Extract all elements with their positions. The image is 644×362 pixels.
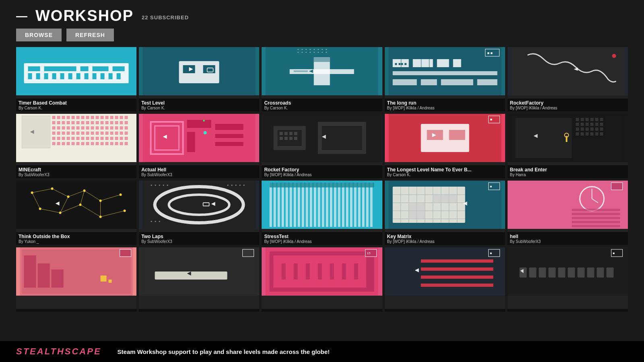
workshop-grid: Timer Based Combat By Carson K. Test Lev… — [0, 47, 644, 312]
svg-rect-263 — [231, 185, 233, 186]
svg-rect-357 — [421, 267, 493, 271]
card-rocket-factory-1[interactable]: RocketFactory By [WOP] iKlikla / Andreas — [508, 47, 628, 111]
svg-rect-41 — [322, 52, 323, 53]
svg-rect-110 — [86, 116, 89, 119]
svg-rect-295 — [358, 183, 361, 227]
card-two-laps[interactable]: Two Laps By SubWooferX3 — [139, 181, 259, 245]
svg-rect-315 — [433, 195, 457, 203]
svg-rect-139 — [96, 132, 99, 135]
card-think-outside-box[interactable]: Think Outside the Box By Yukon _ — [16, 181, 136, 245]
svg-rect-30 — [310, 49, 311, 50]
svg-rect-135 — [120, 126, 123, 130]
card-key-matrix[interactable]: ■ Key Matrix By [WOP] iKlikla / Andreas — [385, 181, 505, 245]
svg-rect-122 — [101, 121, 104, 124]
svg-rect-288 — [330, 183, 332, 227]
svg-rect-115 — [110, 116, 114, 119]
card-actual-hell[interactable]: Actual Hell By SubWooferX3 — [139, 114, 259, 178]
svg-rect-259 — [159, 185, 160, 186]
svg-point-244 — [67, 195, 70, 198]
svg-rect-358 — [421, 276, 493, 279]
card-longest-level[interactable]: ■ The Longest Level Name To Ever B... By… — [385, 114, 505, 178]
svg-rect-91 — [62, 132, 65, 135]
card-author: By Carson K. — [141, 106, 257, 110]
svg-rect-266 — [244, 185, 245, 186]
card-author: By SubWooferX3 — [19, 173, 134, 177]
svg-rect-156 — [91, 142, 94, 145]
svg-rect-69 — [57, 116, 60, 119]
svg-rect-8 — [36, 73, 40, 79]
svg-rect-258 — [155, 185, 156, 186]
card-title: MINEcraft — [19, 167, 134, 173]
svg-rect-7 — [28, 73, 32, 79]
svg-rect-301 — [392, 187, 465, 223]
card-the-long-run[interactable]: ■ ■■ ■ ■ ■ The long run By [WOP] iKlikla… — [385, 47, 505, 111]
svg-rect-127 — [125, 121, 128, 124]
svg-rect-16 — [101, 73, 105, 79]
card-title: Break and Enter — [510, 167, 625, 173]
svg-rect-324 — [572, 213, 620, 215]
svg-rect-45 — [314, 57, 330, 62]
svg-rect-294 — [354, 183, 357, 227]
svg-rect-188 — [285, 137, 288, 140]
card-row4-col3[interactable]: 15 — [262, 247, 382, 312]
svg-text:■: ■ — [490, 185, 492, 188]
svg-rect-189 — [289, 137, 293, 140]
svg-rect-68 — [52, 116, 56, 119]
svg-rect-359 — [421, 284, 493, 287]
svg-rect-71 — [67, 116, 70, 119]
svg-rect-137 — [86, 132, 89, 135]
svg-rect-72 — [72, 116, 75, 119]
card-title: Crossroads — [264, 100, 380, 106]
svg-rect-102 — [81, 137, 85, 140]
card-row4-col1[interactable] — [16, 247, 136, 312]
card-author: By [WOP] iKlikla / Andreas — [264, 173, 380, 177]
browse-button[interactable]: BROWSE — [16, 29, 62, 41]
svg-rect-78 — [67, 121, 70, 124]
svg-rect-202 — [585, 118, 588, 121]
svg-rect-4 — [80, 66, 89, 71]
svg-rect-36 — [302, 52, 303, 53]
svg-rect-70 — [62, 116, 65, 119]
card-crossroads[interactable]: Crossroads By Carson K. — [262, 47, 382, 111]
card-row4-col4[interactable]: ■ — [385, 247, 505, 312]
card-stress-test[interactable]: StressTest By [WOP] iKlikla / Andreas — [262, 181, 382, 245]
card-test-level[interactable]: Test Level By Carson K. — [139, 47, 259, 111]
svg-rect-56 — [441, 79, 473, 85]
svg-rect-97 — [57, 137, 60, 140]
svg-rect-88 — [81, 126, 85, 130]
svg-rect-105 — [62, 142, 65, 145]
svg-rect-89 — [52, 132, 56, 135]
card-row4-col5[interactable]: ■ — [508, 247, 628, 312]
card-title: hell — [510, 234, 625, 239]
svg-text:■: ■ — [613, 251, 615, 255]
card-break-and-enter[interactable]: Break and Enter By Harra — [508, 114, 628, 178]
svg-rect-365 — [529, 267, 536, 278]
svg-rect-123 — [105, 121, 109, 124]
svg-rect-190 — [294, 137, 297, 140]
card-title: Two Laps — [141, 234, 257, 239]
svg-rect-119 — [86, 121, 89, 124]
svg-rect-161 — [115, 142, 118, 145]
card-rocket-factory-2[interactable]: Rocket Factory By [WOP] iKlikla / Andrea… — [262, 114, 382, 178]
svg-rect-29 — [306, 49, 307, 50]
svg-rect-73 — [76, 116, 80, 119]
svg-rect-152 — [115, 137, 118, 140]
card-minecraft[interactable]: MINEcraft By SubWooferX3 — [16, 114, 136, 178]
svg-rect-138 — [91, 132, 94, 135]
svg-rect-153 — [120, 137, 123, 140]
refresh-button[interactable]: REFRESH — [66, 29, 114, 41]
svg-rect-284 — [314, 183, 316, 227]
card-title: Timer Based Combat — [19, 100, 134, 106]
svg-rect-42 — [326, 52, 327, 53]
svg-point-248 — [39, 208, 41, 210]
svg-rect-140 — [101, 132, 104, 135]
svg-rect-106 — [67, 142, 70, 145]
svg-rect-355 — [388, 247, 501, 296]
card-timer-based-combat[interactable]: Timer Based Combat By Carson K. — [16, 47, 136, 111]
svg-point-250 — [79, 204, 82, 206]
card-row4-col2[interactable] — [139, 247, 259, 312]
card-hell[interactable]: hell By SubWooferX3 — [508, 181, 628, 245]
svg-rect-210 — [595, 123, 598, 126]
svg-rect-203 — [590, 118, 593, 121]
svg-rect-155 — [86, 142, 89, 145]
